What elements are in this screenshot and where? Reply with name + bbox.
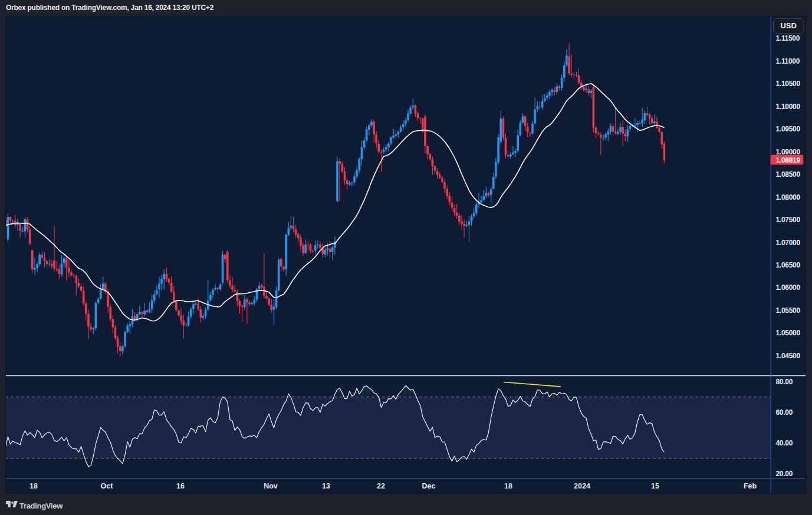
svg-text:1.10000: 1.10000	[776, 103, 801, 111]
svg-text:Dec: Dec	[422, 482, 436, 490]
svg-text:1.08819: 1.08819	[776, 156, 801, 164]
svg-text:1.04500: 1.04500	[776, 352, 801, 360]
svg-text:1.09500: 1.09500	[776, 125, 801, 133]
svg-text:1.07000: 1.07000	[776, 239, 801, 247]
svg-text:Feb: Feb	[744, 482, 757, 490]
svg-text:1.08500: 1.08500	[776, 170, 801, 179]
svg-text:22: 22	[377, 482, 385, 490]
svg-text:1.11000: 1.11000	[776, 57, 800, 65]
svg-text:1.06500: 1.06500	[776, 261, 801, 269]
svg-text:Nov: Nov	[264, 482, 278, 490]
svg-text:20.00: 20.00	[776, 470, 793, 478]
svg-text:1.05000: 1.05000	[776, 329, 801, 337]
svg-text:1.10500: 1.10500	[776, 80, 801, 88]
svg-text:1.08000: 1.08000	[776, 193, 801, 202]
svg-text:16: 16	[176, 482, 185, 490]
svg-text:1.09000: 1.09000	[776, 148, 801, 156]
svg-text:1.07500: 1.07500	[776, 216, 801, 224]
svg-text:18: 18	[29, 482, 38, 490]
svg-text:40.00: 40.00	[776, 439, 793, 447]
svg-text:13: 13	[322, 482, 330, 490]
svg-text:60.00: 60.00	[776, 408, 793, 417]
svg-text:1.11500: 1.11500	[776, 34, 800, 42]
svg-text:1.05500: 1.05500	[776, 306, 801, 315]
svg-text:TradingView: TradingView	[19, 501, 63, 510]
svg-text:Oct: Oct	[101, 482, 114, 490]
svg-text:2024: 2024	[574, 482, 590, 490]
svg-text:80.00: 80.00	[776, 378, 793, 386]
svg-text:18: 18	[504, 482, 512, 490]
svg-text:1.06000: 1.06000	[776, 283, 801, 292]
svg-text:15: 15	[651, 482, 659, 490]
svg-text:USD: USD	[780, 21, 796, 30]
